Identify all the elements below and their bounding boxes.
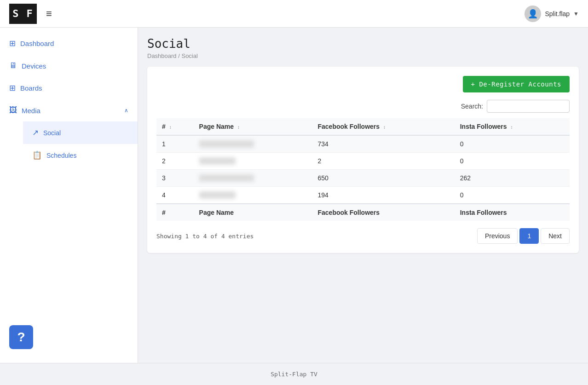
- cell-num: 4: [156, 187, 194, 204]
- pagination: Previous 1 Next: [477, 228, 570, 244]
- cell-insta-followers: 0: [455, 153, 570, 170]
- deregister-accounts-button[interactable]: + De-Register Accounts: [463, 76, 570, 92]
- cell-num: 1: [156, 135, 194, 153]
- footer-col-page-name: Page Name: [194, 204, 312, 221]
- topnav: S F ≡ 👤 Split.flap ▼: [0, 0, 588, 28]
- sidebar-item-schedules[interactable]: 📋 Schedules: [23, 144, 138, 167]
- cell-page-name: ████████████: [194, 170, 312, 187]
- sidebar-item-label: Dashboard: [20, 40, 128, 47]
- sidebar-item-label: Social: [43, 129, 128, 137]
- topnav-left: S F ≡: [9, 4, 52, 24]
- cell-fb-followers: 2: [312, 153, 454, 170]
- sidebar-item-label: Devices: [22, 62, 128, 70]
- table-header-row: # ↕ Page Name ↕ Facebook Followers ↕ Ins…: [156, 118, 570, 135]
- footer-col-num: #: [156, 204, 194, 221]
- sidebar-item-label: Schedules: [46, 152, 128, 159]
- schedules-icon: 📋: [32, 150, 42, 160]
- cell-page-name: ████████: [194, 153, 312, 170]
- next-button[interactable]: Next: [541, 228, 570, 244]
- main-content: Social Dashboard / Social + De-Register …: [138, 28, 588, 363]
- col-num[interactable]: # ↕: [156, 118, 194, 135]
- chevron-up-icon: ∧: [124, 107, 128, 114]
- sidebar-item-media[interactable]: 🖼 Media ∧: [0, 99, 138, 121]
- search-input[interactable]: [487, 100, 570, 113]
- cell-num: 3: [156, 170, 194, 187]
- footer-col-insta: Insta Followers: [455, 204, 570, 221]
- cell-insta-followers: 0: [455, 187, 570, 204]
- card-header: + De-Register Accounts: [156, 76, 570, 92]
- sidebar-item-social[interactable]: ↗ Social: [23, 121, 138, 144]
- media-icon: 🖼: [9, 106, 17, 115]
- page-title: Social: [147, 37, 579, 51]
- showing-text: Showing 1 to 4 of 4 entries: [156, 233, 254, 240]
- social-icon: ↗: [32, 128, 39, 138]
- breadcrumb: Dashboard / Social: [147, 52, 579, 59]
- table-footer-row: # Page Name Facebook Followers Insta Fol…: [156, 204, 570, 221]
- breadcrumb-home[interactable]: Dashboard: [147, 52, 177, 59]
- username-label: Split.flap: [545, 10, 570, 17]
- footer-col-fb: Facebook Followers: [312, 204, 454, 221]
- footer: Split-Flap TV: [0, 363, 588, 385]
- social-table: # ↕ Page Name ↕ Facebook Followers ↕ Ins…: [156, 118, 570, 221]
- table-row: 1 ████████████ 734 0: [156, 135, 570, 153]
- user-menu[interactable]: 👤 Split.flap ▼: [525, 6, 579, 22]
- sidebar-item-devices[interactable]: 🖥 Devices: [0, 55, 138, 77]
- dashboard-icon: ⊞: [9, 39, 16, 48]
- boards-icon: ⊞: [9, 83, 16, 93]
- help-button[interactable]: ?: [9, 325, 33, 349]
- hamburger-button[interactable]: ≡: [46, 8, 52, 20]
- chevron-down-icon: ▼: [573, 11, 579, 17]
- main-card: + De-Register Accounts Search: # ↕ Page …: [147, 67, 579, 253]
- sidebar-item-boards[interactable]: ⊞ Boards: [0, 77, 138, 99]
- table-row: 3 ████████████ 650 262: [156, 170, 570, 187]
- page-1-button[interactable]: 1: [519, 228, 539, 244]
- cell-page-name: ████████: [194, 187, 312, 204]
- table-row: 2 ████████ 2 0: [156, 153, 570, 170]
- cell-num: 2: [156, 153, 194, 170]
- devices-icon: 🖥: [9, 61, 17, 70]
- col-page-name[interactable]: Page Name ↕: [194, 118, 312, 135]
- footer-text: Split-Flap TV: [271, 371, 317, 378]
- sidebar-item-label: Media: [22, 107, 120, 115]
- avatar: 👤: [525, 6, 541, 22]
- col-fb-followers[interactable]: Facebook Followers ↕: [312, 118, 454, 135]
- cell-page-name: ████████████: [194, 135, 312, 153]
- search-label: Search:: [461, 103, 483, 110]
- cell-fb-followers: 734: [312, 135, 454, 153]
- table-row: 4 ████████ 194 0: [156, 187, 570, 204]
- cell-fb-followers: 194: [312, 187, 454, 204]
- pagination-bar: Showing 1 to 4 of 4 entries Previous 1 N…: [156, 228, 570, 244]
- cell-insta-followers: 262: [455, 170, 570, 187]
- breadcrumb-current: Social: [181, 52, 197, 59]
- sidebar-item-dashboard[interactable]: ⊞ Dashboard: [0, 32, 138, 55]
- previous-button[interactable]: Previous: [477, 228, 518, 244]
- sidebar-item-label: Boards: [20, 84, 128, 92]
- layout: ⊞ Dashboard 🖥 Devices ⊞ Boards 🖼 Media ∧…: [0, 28, 588, 363]
- cell-insta-followers: 0: [455, 135, 570, 153]
- sidebar: ⊞ Dashboard 🖥 Devices ⊞ Boards 🖼 Media ∧…: [0, 28, 138, 363]
- sidebar-sub-media: ↗ Social 📋 Schedules: [0, 121, 138, 167]
- search-bar: Search:: [156, 100, 570, 113]
- app-logo: S F: [9, 4, 37, 24]
- col-insta-followers[interactable]: Insta Followers ↕: [455, 118, 570, 135]
- cell-fb-followers: 650: [312, 170, 454, 187]
